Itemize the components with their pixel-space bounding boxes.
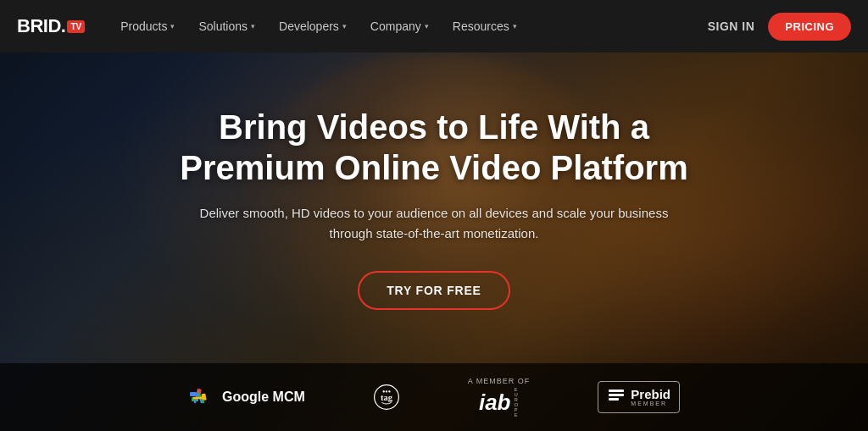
iab-text: iab: [479, 390, 511, 416]
svg-rect-8: [609, 394, 624, 396]
nav-right: SIGN IN PRICING: [708, 13, 851, 41]
logo-text: BRID.: [17, 15, 65, 37]
prebid-text: Prebid: [631, 388, 670, 401]
chevron-down-icon: ▾: [342, 22, 347, 30]
chevron-down-icon: ▾: [251, 22, 255, 30]
prebid-member-label: MEMBER: [631, 401, 670, 406]
hero-subtitle: Deliver smooth, HD videos to your audien…: [180, 203, 688, 244]
nav-item-company[interactable]: Company ▾: [360, 13, 439, 40]
pricing-button[interactable]: PRICING: [768, 13, 851, 41]
chevron-down-icon: ▾: [513, 22, 517, 30]
prebid-badge: Prebid MEMBER: [598, 381, 680, 413]
iab-europe-label: EUROPE: [514, 387, 519, 417]
navbar: BRID. TV Products ▾ Solutions ▾ Develope…: [0, 0, 868, 52]
svg-rect-0: [190, 392, 197, 396]
chevron-down-icon: ▾: [170, 22, 175, 30]
google-icon: [188, 384, 215, 411]
svg-rect-9: [609, 398, 619, 401]
nav-links: Products ▾ Solutions ▾ Developers ▾ Comp…: [110, 13, 708, 40]
partner-logos-bar: Google MCM tag ●●● A MEMBER OF iab EUROP…: [0, 363, 868, 431]
google-mcm-text: Google MCM: [222, 390, 305, 405]
svg-rect-7: [609, 390, 624, 392]
nav-item-developers[interactable]: Developers ▾: [269, 13, 357, 40]
iab-logo: A MEMBER OF iab EUROPE: [468, 377, 531, 417]
tag-logo: tag ●●●: [373, 384, 400, 411]
try-free-button[interactable]: TRY FOR FREE: [358, 271, 510, 310]
nav-item-products[interactable]: Products ▾: [110, 13, 185, 40]
hero-content: Bring Videos to Life With a Premium Onli…: [0, 52, 868, 363]
chevron-down-icon: ▾: [425, 22, 429, 30]
svg-text:tag: tag: [381, 393, 393, 402]
prebid-icon: [607, 386, 626, 408]
hero-title: Bring Videos to Life With a Premium Onli…: [146, 107, 722, 188]
prebid-logo: Prebid MEMBER: [598, 381, 680, 413]
tag-icon: tag ●●●: [373, 384, 400, 411]
logo[interactable]: BRID. TV: [17, 15, 85, 37]
nav-item-resources[interactable]: Resources ▾: [442, 13, 527, 40]
svg-text:●●●: ●●●: [382, 389, 391, 394]
nav-item-solutions[interactable]: Solutions ▾: [188, 13, 265, 40]
google-mcm-logo: Google MCM: [188, 384, 305, 411]
sign-in-link[interactable]: SIGN IN: [708, 19, 755, 33]
logo-tv-badge: TV: [67, 20, 85, 33]
iab-member-label: A MEMBER OF: [468, 377, 531, 385]
